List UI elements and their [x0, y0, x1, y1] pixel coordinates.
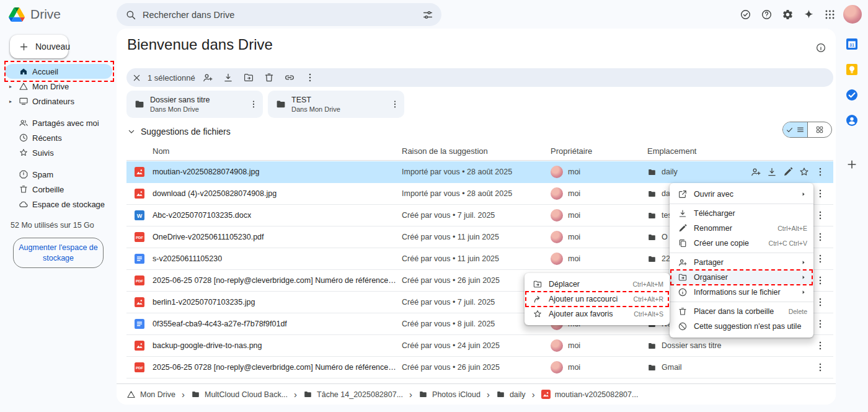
gemini-icon[interactable]: [799, 4, 818, 24]
more-icon[interactable]: [815, 166, 826, 177]
file-row[interactable]: 2025-06-25 0728 [no-reply@cleverbridge.c…: [126, 357, 833, 378]
download-icon[interactable]: [221, 70, 236, 85]
file-location[interactable]: Gmail: [647, 357, 682, 378]
menu-item-informations[interactable]: Informations sur le fichier: [670, 285, 813, 300]
tasks-icon[interactable]: [844, 87, 859, 102]
new-button[interactable]: Nouveau: [10, 35, 68, 58]
sidebar-item-espace-de-stockage[interactable]: Espace de stockage: [5, 197, 112, 212]
download-icon[interactable]: [766, 166, 777, 177]
expand-caret-icon[interactable]: ▸: [9, 84, 12, 89]
more-icon[interactable]: [815, 340, 826, 351]
list-view-button[interactable]: [783, 122, 807, 137]
trash-icon[interactable]: [262, 70, 277, 85]
breadcrumb-item-mon-drive[interactable]: Mon Drive: [126, 390, 175, 399]
copy-link-icon[interactable]: [282, 70, 297, 85]
get-addons-icon[interactable]: [844, 157, 859, 172]
file-location[interactable]: Dossier sans titre: [647, 335, 722, 356]
upgrade-storage-button[interactable]: Augmenter l'espace de stockage: [13, 238, 104, 268]
search-bar[interactable]: [117, 3, 441, 26]
breadcrumb-item[interactable]: daily: [496, 390, 526, 399]
file-name: OneDrive-v20250611105230.pdf: [153, 233, 264, 241]
file-name: s-v20250611105230: [153, 254, 222, 263]
menu-divider: [670, 204, 813, 204]
expand-caret-icon[interactable]: ▸: [9, 99, 12, 104]
menu-item-partager[interactable]: Partager: [670, 255, 813, 270]
sidebar-item-suivis[interactable]: Suivis: [5, 145, 112, 160]
submenu-item-ajouter-aux-favoris[interactable]: Ajouter aux favoris Ctrl+Alt+S: [525, 307, 670, 321]
grid-view-button[interactable]: [807, 122, 832, 137]
clear-selection-icon[interactable]: [129, 70, 144, 85]
sidebar-item-spam[interactable]: Spam: [5, 167, 112, 182]
search-icon[interactable]: [125, 9, 136, 20]
rename-icon[interactable]: [782, 166, 794, 177]
google-apps-icon[interactable]: [820, 4, 839, 24]
more-icon[interactable]: [815, 231, 826, 243]
folder-card[interactable]: TEST Dans Mon Drive: [268, 91, 404, 118]
breadcrumb-item[interactable]: Tâche 14_2025082807...: [303, 390, 403, 399]
calendar-icon[interactable]: [844, 37, 859, 52]
more-icon[interactable]: [815, 362, 826, 373]
pdf-file-icon: [135, 275, 144, 285]
menu-item-telecharger[interactable]: Télécharger: [670, 206, 813, 221]
sidebar-item-accueil[interactable]: Accueil: [5, 64, 112, 79]
owner-name: moi: [568, 189, 580, 198]
search-input[interactable]: [143, 10, 412, 20]
folder-icon: [647, 233, 657, 242]
breadcrumb-item[interactable]: MultCloud Cloud Back...: [191, 390, 288, 399]
folder-icon: [496, 390, 505, 399]
selection-toolbar: 1 sélectionné: [126, 68, 833, 87]
more-icon[interactable]: [815, 188, 826, 199]
file-reason: Créé par vous • 26 juin 2025: [402, 357, 500, 378]
share-icon[interactable]: [750, 166, 761, 177]
more-icon[interactable]: [815, 318, 826, 329]
sidebar-item-partages-avec-moi[interactable]: Partagés avec moi: [5, 115, 112, 130]
menu-item-suggestion-pas-utile[interactable]: Cette suggestion n'est pas utile: [670, 319, 813, 334]
menu-item-ouvrir-avec[interactable]: Ouvrir avec: [670, 187, 813, 202]
file-location[interactable]: da: [647, 183, 670, 204]
account-avatar[interactable]: [843, 5, 862, 24]
more-actions-icon[interactable]: [303, 70, 317, 85]
folder-card[interactable]: Dossier sans titre Dans Mon Drive: [126, 91, 263, 118]
more-icon[interactable]: [387, 96, 403, 112]
more-icon[interactable]: [815, 210, 826, 221]
sidebar-item-corbeille[interactable]: Corbeille: [5, 182, 112, 197]
availability-icon[interactable]: [735, 4, 755, 24]
more-icon[interactable]: [815, 253, 826, 264]
image-file-icon: [135, 189, 144, 199]
more-icon[interactable]: [815, 297, 826, 308]
search-options-icon[interactable]: [418, 5, 438, 25]
file-row[interactable]: backup-google-drive-to-nas.png Créé par …: [126, 335, 833, 357]
move-icon[interactable]: [241, 70, 256, 85]
sidebar: Nouveau Accueil ▸ Mon Drive ▸ Ordinateur…: [0, 29, 117, 412]
drive-home-link[interactable]: Drive: [9, 0, 61, 29]
file-location[interactable]: 22: [647, 248, 670, 269]
star-icon[interactable]: [799, 166, 810, 177]
files-section-toggle[interactable]: Suggestions de fichiers: [126, 123, 231, 140]
sidebar-item-ordinateurs[interactable]: ▸ Ordinateurs: [5, 94, 112, 109]
info-icon[interactable]: [812, 39, 830, 56]
menu-item-renommer[interactable]: Renommer Ctrl+Alt+E: [670, 221, 813, 236]
file-row[interactable]: moutian-v20250828074908.jpg Importé par …: [126, 161, 833, 183]
spam-icon: [19, 169, 29, 179]
help-icon[interactable]: [756, 4, 776, 24]
file-location[interactable]: O: [647, 226, 668, 248]
sidebar-item-mon-drive[interactable]: ▸ Mon Drive: [5, 79, 112, 94]
breadcrumb-item[interactable]: Photos iCloud: [418, 390, 480, 399]
contacts-icon[interactable]: [844, 113, 859, 128]
more-icon[interactable]: [815, 275, 826, 286]
chevron-right-icon: ›: [294, 389, 297, 400]
file-location[interactable]: daily: [647, 161, 678, 182]
menu-item-creer-une-copie[interactable]: Créer une copie Ctrl+C Ctrl+V: [670, 236, 813, 251]
menu-item-organiser[interactable]: Organiser: [670, 270, 813, 285]
submenu-item-ajouter-un-raccourci[interactable]: Ajouter un raccourci Ctrl+Alt+R: [525, 292, 670, 307]
more-icon[interactable]: [246, 96, 262, 112]
file-location[interactable]: tes: [647, 205, 672, 226]
breadcrumb-item-current-file[interactable]: moutian-v2025082807...: [541, 390, 639, 399]
keep-icon[interactable]: [844, 62, 859, 77]
organize-icon: [678, 272, 688, 282]
share-icon[interactable]: [200, 70, 215, 85]
sidebar-item-recents[interactable]: Récents: [5, 130, 112, 145]
settings-icon[interactable]: [777, 4, 797, 24]
menu-item-placer-corbeille[interactable]: Placer dans la corbeille Delete: [670, 304, 813, 319]
submenu-item-deplacer[interactable]: Déplacer Ctrl+Alt+M: [525, 277, 670, 292]
